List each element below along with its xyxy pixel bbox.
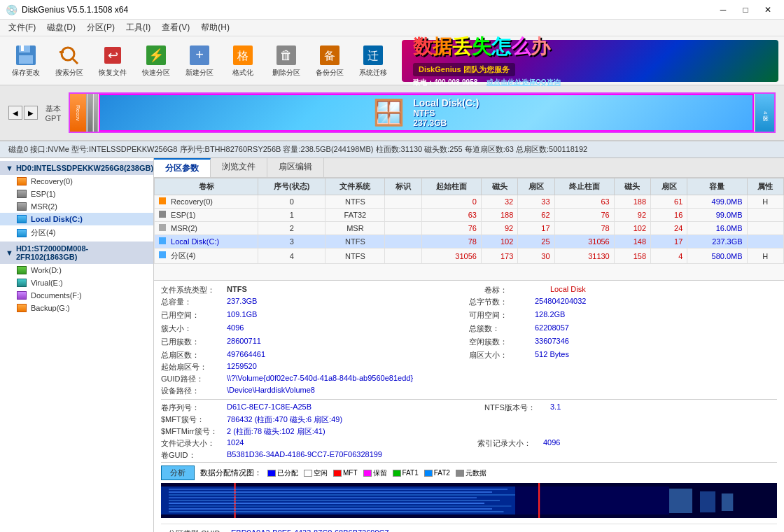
minimize-button[interactable]: ─	[713, 3, 734, 17]
used-space-value: 109.1GB	[227, 310, 469, 321]
col-label: 卷标	[155, 178, 258, 195]
menu-partition[interactable]: 分区(P)	[81, 20, 120, 35]
ad-phone: 致电：400-008-9958	[413, 78, 477, 86]
used-clusters-value: 28600711	[227, 337, 469, 347]
format-label: 格式化	[232, 68, 253, 78]
search-partition-button[interactable]: 搜索分区	[49, 40, 90, 82]
disk-visual: ◀ ▶ 基本 GPT Recov 🪟 Local Disk(C:) NTFS 2…	[0, 85, 784, 141]
col-start-head: 磁头	[481, 178, 517, 195]
part-type-guid-label: 分区类型 GUID:	[168, 528, 231, 532]
next-disk-button[interactable]: ▶	[24, 106, 38, 120]
total-clusters-row: 总簇数： 62208057	[469, 323, 777, 334]
svg-rect-28	[169, 494, 515, 496]
col-start-cyl: 起始柱面	[421, 178, 481, 195]
msr-segment	[94, 94, 98, 132]
ad-banner[interactable]: 数 据 丢 失 怎 么 办 DiskGenius 团队为您服务 致电：400-0…	[402, 40, 778, 82]
esp-partition-item[interactable]: ESP(1)	[0, 188, 153, 200]
migrate-system-button[interactable]: 迁 系统迁移	[353, 40, 393, 82]
prev-disk-button[interactable]: ◀	[8, 106, 22, 120]
tab-browse-files[interactable]: 浏览文件	[211, 158, 267, 177]
restore-file-button[interactable]: ↩ 恢复文件	[92, 40, 133, 82]
vol-serial-row: 卷序列号： D61C-8EC7-1C8E-A25B NTFS版本号： 3.1	[161, 402, 777, 413]
cell-label: ESP(1)	[155, 209, 258, 222]
total-cap-label: 总容量：	[161, 297, 224, 307]
menu-help[interactable]: 帮助(H)	[195, 20, 235, 35]
distribution-chart: 分析 数据分配情况图： 已分配 空闲 MFT	[161, 462, 777, 524]
menu-file[interactable]: 文件(F)	[3, 20, 41, 35]
cell-fs: MSR	[326, 222, 385, 235]
file-rec-row: 文件记录大小： 1024 索引记录大小： 4096	[161, 438, 777, 449]
svg-rect-30	[169, 500, 500, 501]
esp-part-icon	[17, 190, 27, 198]
table-row[interactable]: ESP(1) 1 FAT32 63 188 62 76 92 16 99.0MB	[155, 209, 784, 222]
table-row[interactable]: Recovery(0) 0 NTFS 0 32 33 63 188 61 499…	[155, 195, 784, 209]
msr-partition-item[interactable]: MSR(2)	[0, 200, 153, 213]
work-d-icon	[17, 266, 27, 274]
tab-partition-params[interactable]: 分区参数	[154, 158, 211, 177]
svg-text:备: 备	[324, 50, 335, 62]
local-disk-c-item[interactable]: Local Disk(C:)	[0, 213, 153, 225]
table-row[interactable]: Local Disk(C:) 3 NTFS 78 102 25 31056 14…	[155, 235, 784, 248]
documents-f-item[interactable]: Documents(F:)	[0, 289, 153, 302]
recovery-partition-item[interactable]: Recovery(0)	[0, 175, 153, 188]
close-button[interactable]: ✕	[757, 3, 778, 17]
esp-partition-label: ESP(1)	[31, 190, 55, 198]
mft-value: 786432 (柱面:470 磁头:6 扇区:49)	[227, 414, 777, 425]
new-partition-button[interactable]: + 新建分区	[179, 40, 220, 82]
virual-e-item[interactable]: Virual(E:)	[0, 276, 153, 289]
tabs-bar: 分区参数 浏览文件 扇区编辑	[154, 158, 784, 178]
save-button[interactable]: 保存更改	[6, 40, 46, 82]
disk1-header[interactable]: ▼ HD1:ST2000DM008-2FR102(1863GB)	[0, 241, 153, 264]
svg-rect-26	[169, 489, 507, 490]
idx-rec-label: 索引记录大小：	[477, 438, 540, 449]
col-end-cyl: 终止柱面	[554, 178, 614, 195]
backup-g-icon	[17, 304, 27, 312]
cell-end-sec: 61	[651, 195, 687, 209]
cell-start-sec: 33	[518, 195, 554, 209]
mft-row: $MFT簇号： 786432 (柱面:470 磁头:6 扇区:49)	[161, 414, 777, 425]
work-d-item[interactable]: Work(D:)	[0, 264, 153, 276]
vol-label-text: 卷标：	[484, 285, 547, 295]
legend-fat1-color	[393, 470, 401, 477]
virual-e-label: Virual(E:)	[31, 279, 63, 287]
used-space-row: 已用空间： 109.1GB	[161, 310, 469, 321]
backup-partition-button[interactable]: 备 备份分区	[309, 40, 350, 82]
tab-sector-edit[interactable]: 扇区编辑	[267, 158, 324, 177]
part4-item[interactable]: 分区(4)	[0, 225, 153, 240]
free-clusters-row: 空闲簇数： 33607346	[469, 337, 777, 347]
delete-partition-button[interactable]: 🗑 删除分区	[266, 40, 307, 82]
ad-qq[interactable]: 或点击此处选择QQ咨询	[486, 78, 561, 86]
menu-view[interactable]: 查看(V)	[156, 20, 195, 35]
free-space-label: 可用空间：	[469, 310, 532, 321]
right-panel: 分区参数 浏览文件 扇区编辑 卷标 序号(状态) 文件系统 标识 起始柱面 磁头…	[154, 158, 784, 532]
table-row[interactable]: MSR(2) 2 MSR 76 92 17 78 102 24 16.0MB	[155, 222, 784, 235]
disk-tree-panel: ▼ HD0:INTELSSDPEKKW256G8(238GB) Recovery…	[0, 158, 154, 532]
file-rec-label: 文件记录大小：	[161, 438, 224, 449]
documents-f-icon	[17, 291, 27, 300]
vol-guid-row: 卷GUID： B5381D36-34AD-4186-9CC7-E70F06328…	[161, 450, 777, 461]
cell-end-sec: 24	[651, 222, 687, 235]
disk0-header[interactable]: ▼ HD0:INTELSSDPEKKW256G8(238GB)	[0, 161, 153, 175]
maximize-button[interactable]: □	[735, 3, 756, 17]
part-type-guid-value: EBD0A0A2-B9E5-4433-87C0-68B6B72699C7	[231, 528, 389, 532]
cell-attr: H	[747, 248, 783, 264]
format-button[interactable]: 格 格式化	[223, 40, 263, 82]
col-end-head: 磁头	[614, 178, 650, 195]
quick-partition-button[interactable]: ⚡ 快速分区	[136, 40, 176, 82]
analyze-button[interactable]: 分析	[161, 465, 195, 480]
cell-end-head: 148	[614, 235, 650, 248]
menu-tools[interactable]: 工具(I)	[120, 20, 156, 35]
svg-rect-31	[169, 503, 484, 504]
local-disk-c-icon	[17, 215, 27, 223]
device-path-label: 设备路径：	[161, 386, 224, 396]
restore-file-icon: ↩	[102, 44, 124, 66]
cell-size: 99.0MB	[687, 209, 747, 222]
used-clusters-label: 已用簇数：	[161, 337, 224, 347]
menu-disk[interactable]: 磁盘(D)	[41, 20, 81, 35]
backup-g-item[interactable]: Backup(G:)	[0, 302, 153, 314]
local-disk-c-segment[interactable]: 🪟 Local Disk(C:) NTFS 237.3GB	[99, 94, 754, 132]
cell-id	[385, 222, 421, 235]
mftmirr-label: $MFTMirr簇号：	[161, 426, 224, 437]
legend-metadata-color	[456, 470, 464, 477]
table-row[interactable]: 分区(4) 4 NTFS 31056 173 30 31130 158 4 58…	[155, 248, 784, 264]
